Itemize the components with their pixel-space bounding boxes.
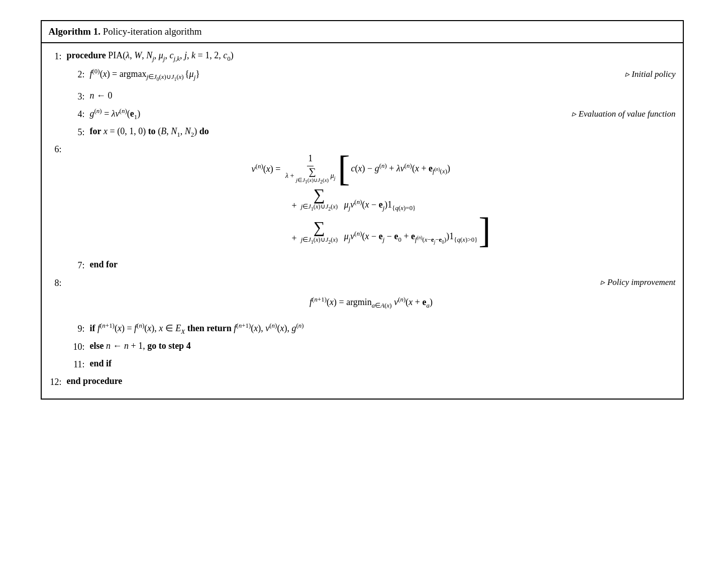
big-right-bracket: ] [478,215,490,246]
frac-den: λ + ∑ j∈J1(x)∪J2(x) μj [284,166,337,186]
line-8-content: ▹ Policy improvement [67,275,676,289]
eq-third-term: μjv(n)(x − ej − e0 + ef(n)(x−ej−e0))1{q(… [342,229,477,246]
algorithm-box: Algorithm 1. Policy-iteration algorithm … [41,20,684,400]
line-content-1: procedure PIA(λ, W, Nj, μj, cj,k, j, k =… [67,48,676,64]
line-content-3: n ← 0 [90,88,676,103]
f-equation-block: f(n+1)(x) = argmina∈A(x) v(n)(x + ea) [42,291,683,317]
line-num-2: 2: [72,66,90,82]
eq-first-term: c(x) − g(n) + λv(n)(x + ef(n)(x)) [351,161,450,177]
big-left-bracket: [ [338,153,350,184]
line-num-8: 8: [49,275,67,290]
line-content-4: g(n) = λv(n)(e1) [90,106,562,122]
line-comment-2: ▹ Initial policy [615,67,676,81]
line-6-equation: v(n)(x) = 1 λ + ∑ j∈J1(x)∪J2(x) [67,141,676,256]
algo-line-7: 7: end for [42,256,683,274]
line-comment-4: ▹ Evaluation of value function [562,107,675,121]
algo-line-8: 8: ▹ Policy improvement [42,274,683,291]
line-content-10: else n ← n + 1, go to step 4 [90,339,676,353]
line-content-7: end for [90,257,676,272]
algo-line-2: 2: f(0)(x) = argmaxj∈J0(x)∪J1(x) {μj} ▹ … [42,65,683,84]
algo-line-4: 4: g(n) = λv(n)(e1) ▹ Evaluation of valu… [42,105,683,123]
line-4-content: g(n) = λv(n)(e1) ▹ Evaluation of value f… [90,106,676,122]
line-num-4: 4: [72,106,90,122]
v-equation-block: v(n)(x) = 1 λ + ∑ j∈J1(x)∪J2(x) [67,141,676,256]
algorithm-body: 1: procedure PIA(λ, W, Nj, μj, cj,k, j, … [42,43,683,398]
algorithm-title: Policy-iteration algorithm [103,26,202,37]
frac-num: 1 [307,151,314,166]
line-num-12: 12: [49,374,67,389]
algorithm-header: Algorithm 1. Policy-iteration algorithm [42,21,683,43]
line-content-9: if f(n+1)(x) = f(n)(x), x ∈ EX then retu… [90,321,676,337]
algo-line-3: 3: n ← 0 [42,87,683,105]
algo-line-10: 10: else n ← n + 1, go to step 4 [42,338,683,355]
line-num-10: 10: [72,339,90,354]
line-num-9: 9: [72,321,90,336]
line-num-7: 7: [72,257,90,273]
line-content-2: f(0)(x) = argmaxj∈J0(x)∪J1(x) {μj} [90,66,615,83]
v-lhs: v(n)(x) = [252,161,283,176]
line-content-8 [67,275,591,289]
algo-line-12: 12: end procedure [42,373,683,390]
algo-line-6-block: 6: v(n)(x) = 1 λ + [42,141,683,256]
fraction-1: 1 λ + ∑ j∈J1(x)∪J2(x) μj [284,151,337,186]
algorithm-label: Algorithm 1. [49,26,100,37]
v-eq-row1: v(n)(x) = 1 λ + ∑ j∈J1(x)∪J2(x) [252,151,450,186]
algo-line-1: 1: procedure PIA(λ, W, Nj, μj, cj,k, j, … [42,47,683,65]
line-num-1: 1: [49,48,67,64]
line-content-12: end procedure [67,374,676,388]
algo-line-11: 11: end if [42,355,683,373]
line-num-5: 5: [72,124,90,140]
v-eq-row3: + ∑ j∈J1(x)∪J2(x) μjv(n)(x − ej − e0 + e… [292,215,491,246]
f-equation: f(n+1)(x) = argmina∈A(x) v(n)(x + ea) [67,295,676,311]
algo-line-9: 9: if f(n+1)(x) = f(n)(x), x ∈ EX then r… [42,320,683,338]
line-2-content: f(0)(x) = argmaxj∈J0(x)∪J1(x) {μj} ▹ Ini… [90,66,676,83]
line-content-5: for x = (0, 1, 0) to (B, N1, N2) do [90,124,676,140]
eq-second-term: μjv(n)(x − ej)1{q(x)=0} [342,197,416,213]
algo-line-5: 5: for x = (0, 1, 0) to (B, N1, N2) do [42,123,683,141]
line-comment-8: ▹ Policy improvement [590,275,675,289]
v-eq-row2: + ∑ j∈J1(x)∪J2(x) μjv(n)(x − ej)1{q(x)=0… [292,188,416,213]
line-num-6: 6: [49,141,67,157]
v-block: v(n)(x) = 1 λ + ∑ j∈J1(x)∪J2(x) [252,150,491,247]
line-content-11: end if [90,356,676,371]
f-eq-content: f(n+1)(x) = argmina∈A(x) v(n)(x + ea) [309,295,433,311]
line-num-3: 3: [72,88,90,104]
line-num-11: 11: [72,356,90,372]
